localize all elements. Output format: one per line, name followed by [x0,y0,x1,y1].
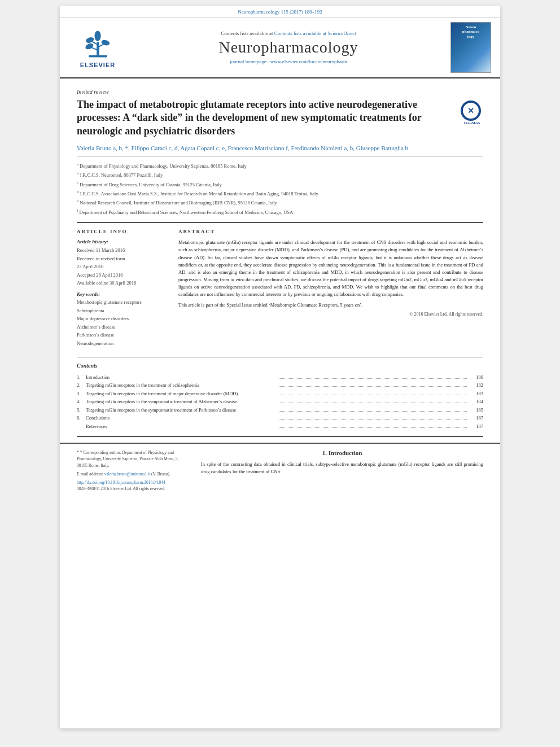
contents-item-num: 3. [77,390,86,397]
corresponding-author-note: * * Corresponding author. Department of … [77,449,190,469]
header-center-area: Contents lists available at Contents lis… [134,22,443,73]
svg-point-5 [85,36,94,44]
intro-paragraph: In spite of the contrasting data obtaine… [201,461,483,475]
contents-item: References 187 [77,422,483,430]
contents-list: 1. Introduction 180 2. Targeting mGlu re… [77,373,483,430]
corresponding-author-text: * Corresponding author. Department of Ph… [77,450,178,468]
contents-item-label: Targeting mGlu receptors in the treatmen… [86,390,275,397]
crossmark-label: CrossMark [461,121,483,125]
article-history-title: Article history: [77,239,167,244]
footnote-star-icon: * [77,450,79,455]
article-info-abstract-section: ARTICLE INFO Article history: Received 1… [77,222,483,347]
homepage-url[interactable]: www.elsevier.com/locate/neuropharm [270,59,347,64]
science-direct-link[interactable]: Contents lists available at ScienceDirec… [274,30,356,36]
journal-header: ELSEVIER Contents lists available at Con… [60,18,500,78]
contents-item: 4. Targeting mGlu receptors in the sympt… [77,397,483,405]
abstract-copyright: © 2016 Elsevier Ltd. All rights reserved… [178,312,483,317]
keyword-item: Metabotropic glutamate receptors [77,298,167,306]
crossmark-inner: ✕ [463,103,479,119]
affiliation-item: c Department of Drug Sciences, Universit… [77,180,483,189]
affiliation-item: b I.R.C.C.S. Neuromed, 86077 Pozzilli, I… [77,171,483,179]
journal-ref-text: Neuropharmacology 115 (2017) 180–192 [238,9,322,15]
journal-title: Neuropharmacology [218,38,358,56]
crossmark-badge[interactable]: ✕ CrossMark [461,101,483,123]
contents-item-label: Introduction [86,373,275,381]
email-line: E-mail address: valeria.bruno@uniroma1.i… [77,471,190,477]
contents-item-page: 185 [469,406,483,414]
contents-item-num: 5. [77,406,86,414]
contents-item-num: 6. [77,414,86,422]
abstract-paragraph-1: Metabotropic glutamate (mGlu) receptor l… [178,239,483,298]
bottom-divider [77,436,483,437]
affiliation-item: f Department of Psychiatry and Behaviora… [77,208,483,216]
contents-item: 1. Introduction 180 [77,373,483,381]
history-item: Received in revised form [77,255,167,263]
email-address[interactable]: valeria.bruno@uniroma1.it [104,471,150,477]
affiliation-item: e National Research Council, Institute o… [77,198,483,207]
article-info-column: ARTICLE INFO Article history: Received 1… [77,229,167,347]
footnotes-column: * * Corresponding author. Department of … [77,449,190,491]
abstract-header: ABSTRACT [178,229,483,234]
contents-item-num: 4. [77,397,86,405]
elsevier-emblem-svg [82,27,113,60]
article-history-items: Received 11 March 2016Received in revise… [77,246,167,287]
journal-homepage-line: journal homepage: www.elsevier.com/locat… [230,59,347,64]
keyword-item: Major depressive disorders [77,314,167,322]
affiliation-item: a Department of Physiology and Pharmacol… [77,161,483,170]
contents-dots [278,395,467,395]
doi-link[interactable]: http://dx.doi.org/10.1016/j.neuropharm.2… [77,480,190,485]
contents-item-page: 187 [469,414,483,422]
contents-item-label: References [86,422,275,430]
contents-item: 3. Targeting mGlu receptors in the treat… [77,390,483,397]
contents-dots [278,403,467,403]
keyword-item: Parkinson’s disease [77,331,167,339]
authors-line: Valeria Bruno a, b, *, Filippo Caraci c,… [77,143,483,153]
contents-item: 2. Targeting mGlu receptors in the treat… [77,381,483,389]
header-logo-area: ELSEVIER [67,22,129,73]
contents-section: Contents 1. Introduction 180 2. Targetin… [60,362,500,430]
footer-copyright: 0028-3908/© 2016 Elsevier Ltd. All right… [77,486,190,491]
contents-item-label: Conclusions [86,414,275,422]
science-direct-label: Contents lists available at Contents lis… [221,30,356,36]
contents-item-page: 187 [469,422,483,430]
authors-text: Valeria Bruno a, b, *, Filippo Caraci c,… [77,145,408,151]
contents-item: 6. Conclusions 187 [77,414,483,422]
article-info-header: ARTICLE INFO [77,229,167,234]
contents-item: 5. Targeting mGlu receptors in the sympt… [77,406,483,414]
abstract-paragraph-2: This article is part of the Special Issu… [178,302,483,309]
history-item: 22 April 2016 [77,263,167,270]
bottom-section: * * Corresponding author. Department of … [60,443,500,497]
contents-item-page: 182 [469,381,483,389]
contents-dots [278,427,467,428]
contents-item-label: Targeting mGlu receptors in the treatmen… [86,381,275,389]
svg-rect-0 [89,55,107,58]
keywords-list: Metabotropic glutamate receptorsSchizoph… [77,298,167,347]
email-name: (V. Bruno). [151,471,170,477]
contents-item-num: 1. [77,373,86,381]
keyword-item: Schizophrenia [77,307,167,314]
cover-title-text: Neuropharmacology [462,25,479,39]
elsevier-logo: ELSEVIER [80,27,115,68]
crossmark-circle: ✕ [461,101,481,121]
header-right-area: Neuropharmacology [448,22,493,73]
contents-item-label: Targeting mGlu receptors in the symptoma… [86,397,275,405]
abstract-text: Metabotropic glutamate (mGlu) receptor l… [178,239,483,309]
history-item: Available online 30 April 2016 [77,279,167,287]
contents-dots [278,419,467,420]
introduction-header: 1. Introduction [201,449,483,456]
contents-item-page: 184 [469,397,483,405]
journal-cover-thumbnail: Neuropharmacology [450,22,491,73]
contents-item-label: Targeting mGlu receptors in the symptoma… [86,406,275,414]
contents-dots [278,378,467,379]
abstract-column: ABSTRACT Metabotropic glutamate (mGlu) r… [178,229,483,347]
article-title-section: The impact of metabotropic glutamate rec… [77,98,483,138]
contents-dots [278,386,467,387]
keyword-item: Neurodegeneration [77,339,167,347]
email-label: E-mail address: [77,471,103,477]
homepage-label: journal homepage: [230,59,268,64]
article-title: The impact of metabotropic glutamate rec… [77,98,455,138]
page: Neuropharmacology 115 (2017) 180–192 [60,6,500,728]
contents-item-page: 183 [469,390,483,397]
history-item: Accepted 28 April 2016 [77,271,167,279]
contents-divider [77,357,483,358]
